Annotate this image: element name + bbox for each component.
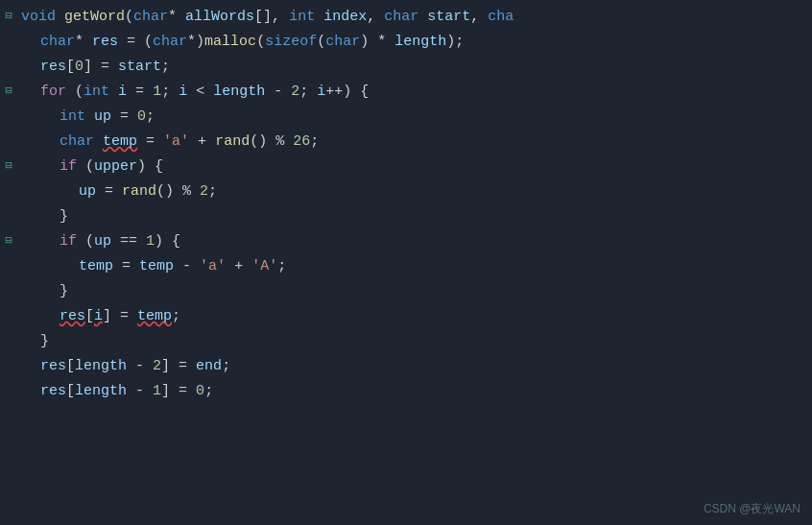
fold-marker-7[interactable]: ⊟ xyxy=(0,155,17,176)
line-content-4: for (int i = 1; i < length - 2; i++) { xyxy=(36,81,812,104)
line-content-16: res[length - 1] = 0; xyxy=(36,380,812,403)
gutter-12 xyxy=(0,280,17,282)
line-content-6: char temp = 'a' + rand() % 26; xyxy=(56,131,812,154)
watermark: CSDN @夜光WAN xyxy=(704,501,800,517)
gutter-16 xyxy=(0,380,17,382)
line-content-10: if (up == 1) { xyxy=(56,230,812,253)
code-editor: ⊟ void getWord(char* allWords[], int ind… xyxy=(0,0,812,525)
code-line-16: res[length - 1] = 0; xyxy=(0,380,812,405)
line-content-1: void getWord(char* allWords[], int index… xyxy=(17,6,812,29)
line-content-2: char* res = (char*)malloc(sizeof(char) *… xyxy=(36,31,812,54)
gutter-2 xyxy=(0,31,17,33)
code-line-9: } xyxy=(0,205,812,230)
code-line-2: char* res = (char*)malloc(sizeof(char) *… xyxy=(0,31,812,56)
fold-marker-4[interactable]: ⊟ xyxy=(0,81,17,101)
line-content-12: } xyxy=(56,280,812,303)
code-line-10: ⊟ if (up == 1) { xyxy=(0,230,812,255)
code-line-5: int up = 0; xyxy=(0,106,812,131)
fold-marker-1[interactable]: ⊟ xyxy=(0,6,17,26)
gutter-6 xyxy=(0,131,17,132)
line-content-7: if (upper) { xyxy=(56,155,812,179)
gutter-8 xyxy=(0,180,17,182)
line-content-3: res[0] = start; xyxy=(36,56,812,79)
code-line-6: char temp = 'a' + rand() % 26; xyxy=(0,131,812,155)
line-content-8: up = rand() % 2; xyxy=(75,180,812,203)
code-line-4: ⊟ for (int i = 1; i < length - 2; i++) { xyxy=(0,81,812,106)
gutter-15 xyxy=(0,355,17,357)
line-content-13: res[i] = temp; xyxy=(56,305,812,328)
line-content-11: temp = temp - 'a' + 'A'; xyxy=(75,255,812,278)
line-content-14: } xyxy=(36,330,812,353)
gutter-13 xyxy=(0,305,17,307)
line-content-5: int up = 0; xyxy=(56,106,812,129)
gutter-3 xyxy=(0,56,17,58)
code-line-14: } xyxy=(0,330,812,355)
gutter-9 xyxy=(0,205,17,207)
line-content-9: } xyxy=(56,205,812,228)
code-line-1: ⊟ void getWord(char* allWords[], int ind… xyxy=(0,6,812,31)
code-line-3: res[0] = start; xyxy=(0,56,812,81)
code-line-11: temp = temp - 'a' + 'A'; xyxy=(0,255,812,280)
gutter-14 xyxy=(0,330,17,332)
fold-marker-10[interactable]: ⊟ xyxy=(0,230,17,251)
line-content-15: res[length - 2] = end; xyxy=(36,355,812,378)
code-line-7: ⊟ if (upper) { xyxy=(0,155,812,180)
gutter-5 xyxy=(0,106,17,107)
code-line-15: res[length - 2] = end; xyxy=(0,355,812,380)
gutter-11 xyxy=(0,255,17,257)
code-line-8: up = rand() % 2; xyxy=(0,180,812,205)
code-line-13: res[i] = temp; xyxy=(0,305,812,330)
code-line-12: } xyxy=(0,280,812,305)
